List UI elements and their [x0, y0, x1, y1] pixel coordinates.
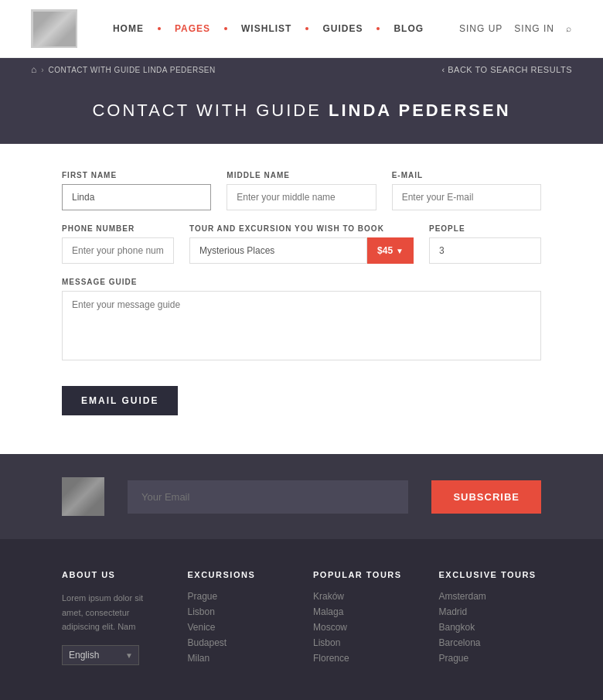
exclusive-link-amsterdam[interactable]: Amsterdam: [439, 591, 542, 602]
tour-select-group: Mysterious Places Historical Sites Beach…: [189, 237, 414, 264]
footer-exclusive-title: EXCLUSIVE TOURS: [439, 570, 542, 579]
form-row-1: FIRST NAME MIDDLE NAME E-MAIL: [62, 171, 541, 210]
footer-about-col: ABOUT US Lorem ipsum dolor sit amet, con…: [62, 570, 165, 668]
popular-link-moscow[interactable]: Moscow: [313, 622, 416, 633]
tour-group: TOUR AND EXCURSION YOU WISH TO BOOK Myst…: [189, 224, 414, 264]
price-arrow-icon: ▼: [396, 247, 404, 255]
exclusive-link-prague[interactable]: Prague: [439, 653, 542, 664]
newsletter-section: SUBSCRIBE: [0, 454, 603, 539]
message-label: MESSAGE GUIDE: [62, 278, 541, 286]
first-name-group: FIRST NAME: [62, 171, 211, 210]
page-title-name: LINDA PEDERSEN: [329, 101, 511, 120]
popular-link-florence[interactable]: Florence: [313, 653, 416, 664]
language-select[interactable]: English French German Spanish: [62, 645, 139, 665]
footer-popular-title: POPULAR TOURS: [313, 570, 416, 579]
language-selector-wrap: English French German Spanish ▼: [62, 645, 139, 665]
excursion-link-lisbon[interactable]: Lisbon: [188, 606, 291, 617]
subscribe-button[interactable]: SUBSCRIBE: [431, 480, 541, 514]
footer: ABOUT US Lorem ipsum dolor sit amet, con…: [0, 539, 603, 700]
first-name-input[interactable]: [62, 184, 211, 210]
phone-label: PHONE NUMBER: [62, 224, 174, 233]
first-name-label: FIRST NAME: [62, 171, 211, 179]
footer-excursions-col: EXCURSIONS Prague Lisbon Venice Budapest…: [188, 570, 291, 668]
footer-popular-col: POPULAR TOURS Kraków Malaga Moscow Lisbo…: [313, 570, 416, 668]
message-group: MESSAGE GUIDE: [62, 278, 541, 360]
nav-wishlist[interactable]: WISHLIST: [241, 23, 291, 34]
newsletter-email-input[interactable]: [128, 480, 408, 514]
breadcrumb-separator: ›: [41, 66, 43, 74]
tour-select-wrap: Mysterious Places Historical Sites Beach…: [189, 237, 367, 264]
footer-excursions-title: EXCURSIONS: [188, 570, 291, 579]
nav-pages[interactable]: PAGES: [175, 23, 210, 34]
people-label: PEOPLE: [429, 224, 541, 233]
signup-link[interactable]: SING UP: [459, 23, 502, 34]
breadcrumb-home-icon[interactable]: ⌂: [31, 64, 36, 75]
newsletter-logo: [62, 477, 104, 516]
form-row-2: PHONE NUMBER TOUR AND EXCURSION YOU WISH…: [62, 224, 541, 264]
middle-name-input[interactable]: [227, 184, 376, 210]
popular-link-krakow[interactable]: Kraków: [313, 591, 416, 602]
people-input[interactable]: [429, 237, 541, 264]
tour-select[interactable]: Mysterious Places Historical Sites Beach…: [189, 237, 367, 264]
breadcrumb-bar: ⌂ › CONTACT WITH GUIDE LINDA PEDERSEN ‹ …: [0, 58, 603, 81]
main-nav: HOME PAGES WISHLIST GUIDES BLOG: [77, 23, 459, 34]
page-title-section: CONTACT WITH GUIDE LINDA PEDERSEN: [0, 81, 603, 144]
exclusive-link-barcelona[interactable]: Barcelona: [439, 637, 542, 648]
footer-about-title: ABOUT US: [62, 570, 165, 579]
tour-label: TOUR AND EXCURSION YOU WISH TO BOOK: [189, 224, 414, 233]
nav-dot-1: [158, 27, 161, 30]
page-title: CONTACT WITH GUIDE LINDA PEDERSEN: [31, 101, 572, 121]
nav-dot-4: [376, 27, 380, 30]
email-input[interactable]: [392, 184, 541, 210]
email-label: E-MAIL: [392, 171, 541, 179]
nav-guides[interactable]: GUIDES: [322, 23, 363, 34]
contact-form: FIRST NAME MIDDLE NAME E-MAIL PHONE NUMB…: [62, 171, 541, 415]
header: HOME PAGES WISHLIST GUIDES BLOG SING UP …: [0, 0, 603, 58]
popular-link-lisbon[interactable]: Lisbon: [313, 637, 416, 648]
search-icon[interactable]: ⌕: [566, 23, 572, 34]
excursion-link-prague[interactable]: Prague: [188, 591, 291, 602]
phone-input[interactable]: [62, 237, 174, 264]
nav-dot-3: [305, 27, 308, 30]
contact-form-section: FIRST NAME MIDDLE NAME E-MAIL PHONE NUMB…: [0, 144, 603, 454]
logo[interactable]: [31, 9, 77, 48]
form-row-3: MESSAGE GUIDE: [62, 278, 541, 360]
signin-link[interactable]: SING IN: [514, 23, 554, 34]
exclusive-link-madrid[interactable]: Madrid: [439, 606, 542, 617]
nav-home[interactable]: HOME: [113, 23, 144, 34]
page-title-prefix: CONTACT WITH GUIDE: [92, 101, 329, 120]
nav-dot-2: [224, 27, 227, 30]
popular-link-malaga[interactable]: Malaga: [313, 606, 416, 617]
breadcrumb: ⌂ › CONTACT WITH GUIDE LINDA PEDERSEN: [31, 64, 216, 75]
message-input[interactable]: [62, 291, 541, 360]
exclusive-link-bangkok[interactable]: Bangkok: [439, 622, 542, 633]
email-group: E-MAIL: [392, 171, 541, 210]
middle-name-label: MIDDLE NAME: [227, 171, 376, 179]
breadcrumb-current: CONTACT WITH GUIDE LINDA PEDERSEN: [49, 66, 216, 74]
back-to-search-link[interactable]: ‹ BACK TO SEARCH RESULTS: [442, 65, 572, 74]
header-auth: SING UP SING IN ⌕: [459, 23, 572, 34]
people-group: PEOPLE: [429, 224, 541, 264]
footer-columns: ABOUT US Lorem ipsum dolor sit amet, con…: [62, 570, 541, 668]
excursion-link-budapest[interactable]: Budapest: [188, 637, 291, 648]
price-value: $45: [377, 245, 393, 256]
email-guide-button[interactable]: EMAIL GUIDE: [62, 386, 178, 415]
excursion-link-milan[interactable]: Milan: [188, 653, 291, 664]
footer-exclusive-col: EXCLUSIVE TOURS Amsterdam Madrid Bangkok…: [439, 570, 542, 668]
nav-blog[interactable]: BLOG: [393, 23, 424, 34]
excursion-link-venice[interactable]: Venice: [188, 622, 291, 633]
price-badge: $45 ▼: [367, 237, 414, 264]
phone-group: PHONE NUMBER: [62, 224, 174, 264]
footer-about-text: Lorem ipsum dolor sit amet, consectetur …: [62, 591, 165, 634]
middle-name-group: MIDDLE NAME: [227, 171, 376, 210]
